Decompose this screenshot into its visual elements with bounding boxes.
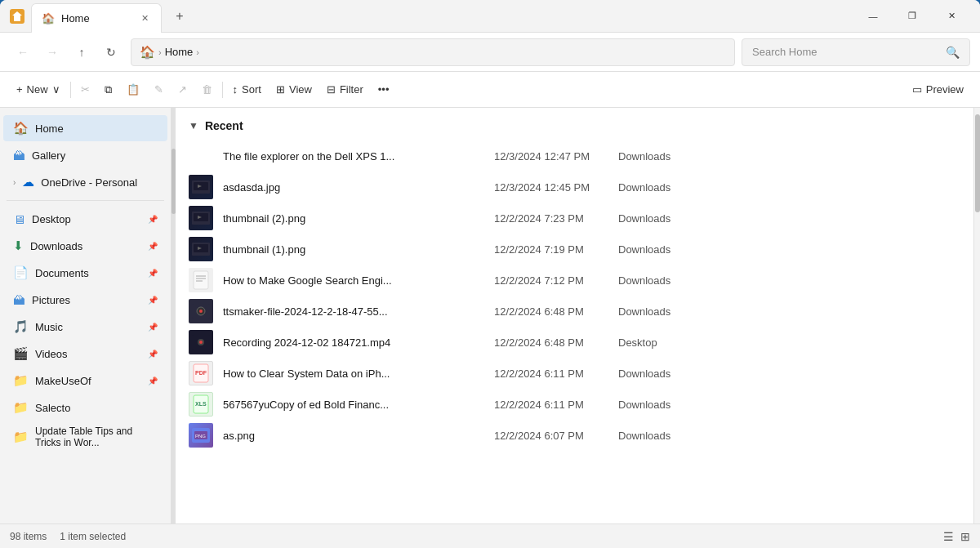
file-row[interactable]: ttsmaker-file-2024-12-2-18-47-55... 12/2…	[176, 296, 973, 327]
sidebar-item-documents[interactable]: 📄 Documents 📌	[3, 260, 167, 286]
home-icon	[10, 9, 24, 24]
file-row[interactable]: How to Make Google Search Engi... 12/2/2…	[176, 265, 973, 296]
view-button[interactable]: ⊞ View	[270, 79, 318, 100]
file-row[interactable]: PNG as.png 12/2/2024 6:07 PM Downloads	[176, 420, 973, 451]
forward-button[interactable]: →	[39, 39, 65, 65]
address-bar[interactable]: 🏠 › Home ›	[131, 38, 735, 66]
sidebar-item-makeuseOf[interactable]: 📁 MakeUseOf 📌	[3, 368, 167, 394]
expand-icon: ›	[13, 178, 16, 187]
sidebar-item-label: Videos	[35, 348, 141, 360]
file-row[interactable]: asdasda.jpg 12/3/2024 12:45 PM Downloads	[176, 172, 973, 203]
refresh-button[interactable]: ↻	[98, 39, 124, 65]
rename-icon: ✎	[154, 83, 163, 96]
updatetable-sidebar-icon: 📁	[13, 430, 29, 444]
file-name: thumbnail (1).png	[223, 243, 484, 256]
sidebar-item-desktop[interactable]: 🖥 Desktop 📌	[3, 206, 167, 232]
sidebar-item-music[interactable]: 🎵 Music 📌	[3, 314, 167, 340]
active-tab[interactable]: 🏠 Home ✕	[31, 3, 162, 33]
title-bar: 🏠 Home ✕ + — ❐ ✕	[0, 0, 980, 33]
file-row[interactable]: thumbnail (2).png 12/2/2024 7:23 PM Down…	[176, 203, 973, 234]
rename-button[interactable]: ✎	[148, 79, 170, 100]
file-row[interactable]: Recording 2024-12-02 184721.mp4 12/2/202…	[176, 327, 973, 358]
more-button[interactable]: •••	[372, 79, 396, 100]
sidebar-item-label: Downloads	[30, 240, 141, 252]
new-button[interactable]: + + New New ∨	[10, 79, 67, 100]
makeuseOf-sidebar-icon: 📁	[13, 373, 29, 388]
maximize-button[interactable]: ❐	[893, 3, 931, 29]
sidebar-item-updatetable[interactable]: 📁 Update Table Tips and Tricks in Wor...	[3, 421, 167, 452]
file-location: Downloads	[618, 150, 700, 163]
main-content: 🏠 Home 🏔 Gallery › ☁ OneDrive - Personal…	[0, 108, 980, 523]
pin-icon: 📌	[148, 296, 158, 305]
sidebar-item-label: Salecto	[35, 402, 158, 414]
videos-sidebar-icon: 🎬	[13, 346, 29, 361]
back-button[interactable]: ←	[10, 39, 36, 65]
search-bar[interactable]: Search Home 🔍	[742, 38, 970, 66]
file-rows-container: The file explorer on the Dell XPS 1... 1…	[176, 140, 973, 451]
status-bar: 98 items 1 item selected ☰ ⊞	[0, 523, 980, 548]
grid-view-icon[interactable]: ⊞	[960, 530, 970, 543]
window: 🏠 Home ✕ + — ❐ ✕ ← → ↑ ↻ 🏠 › Home › Sear…	[0, 0, 980, 548]
navigation-bar: ← → ↑ ↻ 🏠 › Home › Search Home 🔍	[0, 33, 980, 72]
tab-title: Home	[61, 12, 131, 25]
share-button[interactable]: ↗	[172, 79, 194, 100]
file-row[interactable]: XLS 567567yuCopy of ed Bold Financ... 12…	[176, 389, 973, 420]
search-placeholder: Search Home	[752, 46, 939, 58]
sidebar-item-pictures[interactable]: 🏔 Pictures 📌	[3, 287, 167, 313]
file-list: ▼ Recent The file explorer on the Dell X…	[176, 108, 973, 523]
file-name: How to Clear System Data on iPh...	[223, 368, 484, 380]
svg-text:XLS: XLS	[195, 401, 207, 407]
sidebar-item-label: Desktop	[32, 213, 141, 225]
svg-point-16	[199, 310, 203, 313]
up-button[interactable]: ↑	[69, 39, 95, 65]
file-thumbnail	[189, 144, 213, 168]
sidebar-item-videos[interactable]: 🎬 Videos 📌	[3, 341, 167, 367]
desktop-sidebar-icon: 🖥	[13, 212, 25, 226]
file-location: Downloads	[618, 368, 700, 380]
sidebar-divider	[7, 200, 164, 201]
file-date: 12/2/2024 7:23 PM	[494, 212, 608, 225]
sort-button[interactable]: ↕ Sort	[226, 79, 268, 100]
close-button[interactable]: ✕	[933, 3, 970, 29]
share-icon: ↗	[178, 83, 187, 96]
sidebar-item-onedrive[interactable]: › ☁ OneDrive - Personal	[3, 169, 167, 195]
file-thumbnail: PDF	[189, 361, 213, 385]
preview-button[interactable]: ▭ Preview	[906, 79, 970, 100]
file-row[interactable]: The file explorer on the Dell XPS 1... 1…	[176, 140, 973, 172]
new-chevron-icon: ∨	[52, 83, 60, 96]
new-tab-button[interactable]: +	[168, 5, 191, 28]
sidebar-item-label: OneDrive - Personal	[41, 176, 158, 189]
search-icon: 🔍	[946, 46, 960, 59]
svg-point-19	[199, 341, 203, 344]
file-thumbnail	[189, 268, 213, 292]
tab-close-button[interactable]: ✕	[138, 11, 151, 25]
file-date: 12/2/2024 6:48 PM	[494, 305, 608, 318]
sidebar-item-home[interactable]: 🏠 Home	[3, 115, 167, 141]
pictures-sidebar-icon: 🏔	[13, 293, 25, 307]
file-location: Desktop	[618, 336, 700, 349]
filter-button[interactable]: ⊟ Filter	[320, 79, 370, 100]
sidebar-item-salecto[interactable]: 📁 Salecto	[3, 394, 167, 421]
file-thumbnail: PNG	[189, 423, 213, 448]
delete-button[interactable]: 🗑	[195, 79, 219, 100]
sidebar-item-downloads[interactable]: ⬇ Downloads 📌	[3, 233, 167, 259]
recent-section-title: Recent	[205, 119, 243, 132]
recent-section-header[interactable]: ▼ Recent	[176, 114, 973, 137]
home-sidebar-icon: 🏠	[13, 121, 29, 136]
file-list-scrollbar[interactable]	[973, 108, 980, 523]
sidebar-item-gallery[interactable]: 🏔 Gallery	[3, 142, 167, 168]
cut-button[interactable]: ✂	[74, 79, 96, 100]
file-location: Downloads	[618, 212, 700, 225]
pin-icon: 📌	[148, 376, 158, 385]
sidebar-scrollbar[interactable]	[172, 108, 176, 523]
address-chevron-1: ›	[158, 47, 162, 57]
sidebar-item-label: Documents	[35, 267, 141, 279]
copy-button[interactable]: ⧉	[98, 79, 118, 100]
file-row[interactable]: PDF How to Clear System Data on iPh... 1…	[176, 358, 973, 389]
paste-button[interactable]: 📋	[120, 79, 146, 100]
list-view-icon[interactable]: ☰	[943, 530, 954, 543]
minimize-button[interactable]: —	[854, 3, 892, 29]
toolbar-separator-2	[222, 82, 223, 98]
tab-home-icon: 🏠	[42, 12, 55, 25]
file-row[interactable]: thumbnail (1).png 12/2/2024 7:19 PM Down…	[176, 234, 973, 265]
